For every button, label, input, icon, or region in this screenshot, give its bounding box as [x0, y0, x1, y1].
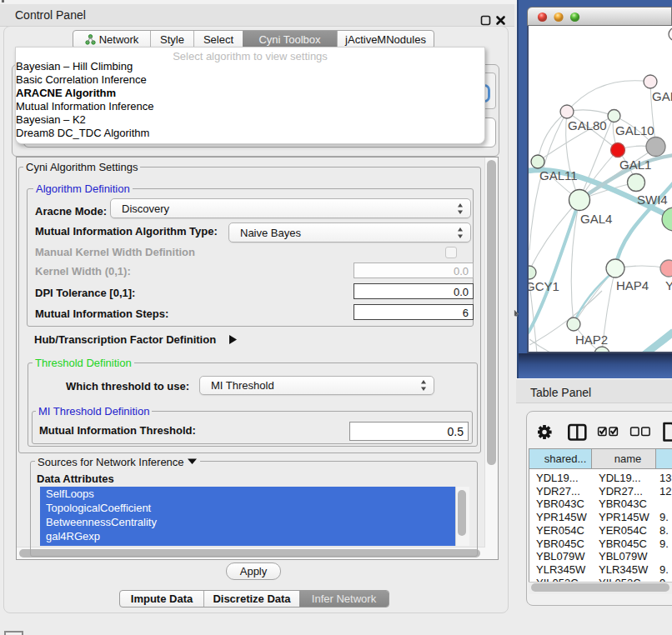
svg-text:YPR145W: YPR145W [599, 511, 649, 523]
svg-text:HAP4: HAP4 [616, 278, 649, 292]
svg-text:8.: 8. [659, 524, 669, 537]
svg-text:YLR345W: YLR345W [536, 563, 586, 576]
svg-text:YDL19...: YDL19... [599, 472, 641, 484]
svg-text:GAL7: GAL7 [652, 89, 672, 103]
svg-text:YLR345W: YLR345W [599, 563, 649, 576]
svg-text:YBR043C: YBR043C [536, 498, 584, 510]
svg-text:GAL4: GAL4 [580, 212, 612, 226]
svg-text:9.: 9. [659, 511, 669, 523]
svg-text:GAL11: GAL11 [539, 168, 578, 182]
svg-text:13: 13 [659, 472, 671, 484]
svg-text:YDL19...: YDL19... [536, 472, 579, 484]
svg-text:YDR27...: YDR27... [599, 485, 643, 498]
svg-text:GAL1: GAL1 [619, 158, 651, 172]
svg-text:YBR043C: YBR043C [599, 498, 647, 510]
svg-text:GAL80: GAL80 [568, 118, 607, 132]
svg-text:9.: 9. [659, 538, 669, 550]
svg-text:12: 12 [659, 485, 671, 498]
svg-text:YBR045C: YBR045C [599, 538, 647, 550]
svg-text:GCY1: GCY1 [529, 279, 559, 293]
svg-text:YPR145W: YPR145W [536, 511, 587, 523]
svg-text:SWI4: SWI4 [637, 192, 668, 207]
svg-text:YBR045C: YBR045C [536, 538, 584, 550]
svg-text:YBL079W: YBL079W [536, 550, 585, 562]
svg-text:HAP2: HAP2 [575, 332, 608, 347]
svg-text:GAL10: GAL10 [615, 123, 654, 138]
svg-text:YER054C: YER054C [599, 524, 647, 537]
svg-text:YER054C: YER054C [536, 524, 584, 537]
svg-text:YDR27...: YDR27... [536, 485, 580, 498]
svg-text:9.: 9. [659, 563, 669, 576]
svg-text:YBL079W: YBL079W [599, 550, 648, 562]
svg-text:Y: Y [665, 278, 672, 292]
